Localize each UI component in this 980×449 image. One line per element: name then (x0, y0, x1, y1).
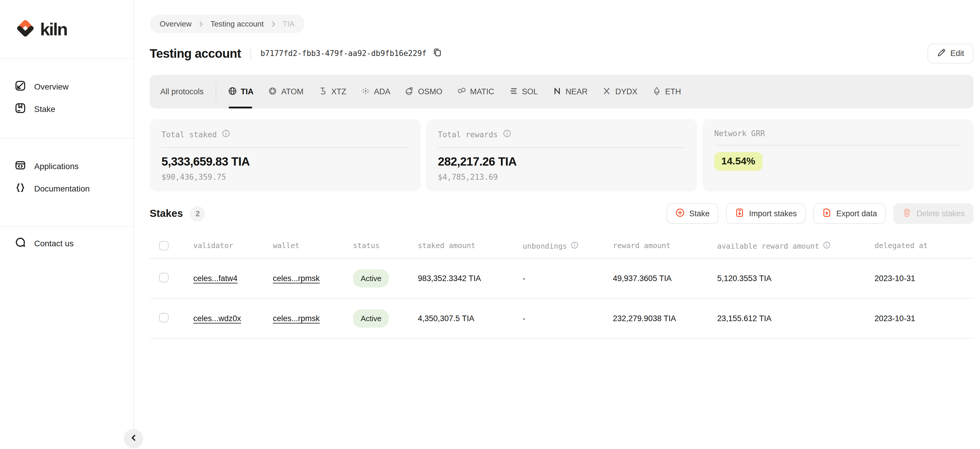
tab-eth[interactable]: ETH (652, 75, 681, 108)
logo-block: kiln (0, 0, 133, 59)
tab-tia[interactable]: TIA (228, 75, 254, 108)
import-stakes-button-label: Import stakes (749, 209, 797, 218)
pencil-icon (937, 48, 945, 59)
tia-icon (228, 86, 237, 97)
row-checkbox[interactable] (159, 313, 169, 322)
tab-label: ATOM (282, 87, 304, 96)
tab-label: ETH (665, 87, 681, 96)
tab-label: NEAR (565, 87, 587, 96)
tab-label: OSMO (418, 87, 442, 96)
info-icon[interactable] (822, 241, 831, 251)
sidebar-item-stake[interactable]: Stake (0, 98, 133, 120)
chat-bubble-icon (15, 237, 26, 250)
tab-xtz[interactable]: XTZ (318, 75, 346, 108)
copy-account-id-button[interactable] (432, 48, 442, 59)
overview-icon (15, 80, 26, 93)
export-file-icon (822, 208, 832, 219)
sidebar: kiln Overview (0, 0, 134, 449)
trash-icon (902, 208, 912, 219)
tab-ada[interactable]: ADA (361, 75, 390, 108)
copy-icon (432, 48, 442, 59)
select-all-checkbox[interactable] (159, 241, 169, 250)
main-content: Overview Testing account TIA Testing acc… (134, 0, 980, 449)
sidebar-collapse-button[interactable] (124, 429, 143, 448)
stake-button[interactable]: Stake (666, 203, 718, 224)
card-divider (714, 145, 962, 145)
validator-link[interactable]: celes...wdz0x (193, 314, 241, 323)
brand-name: kiln (40, 19, 67, 39)
tab-near[interactable]: NEAR (552, 75, 587, 108)
validator-link[interactable]: celes...fatw4 (193, 274, 237, 283)
sidebar-item-contact-us[interactable]: Contact us (0, 232, 133, 255)
page-title: Testing account (150, 46, 241, 61)
total-rewards-value: 282,217.26 TIA (438, 155, 685, 169)
kiln-logo[interactable]: kiln (15, 18, 67, 41)
chevron-right-icon (270, 20, 277, 27)
total-staked-value: 5,333,659.83 TIA (161, 155, 409, 169)
stakes-table: validator wallet status staked amount un… (150, 241, 974, 339)
unbondings-cell: - (523, 314, 613, 323)
breadcrumb-item-overview[interactable]: Overview (160, 19, 191, 28)
delegated-at-cell: 2023-10-31 (875, 314, 974, 323)
row-checkbox[interactable] (159, 273, 169, 282)
network-grr-card: Network GRR 14.54% (702, 119, 974, 191)
breadcrumb-item-account[interactable]: Testing account (210, 19, 264, 28)
eth-icon (652, 86, 661, 97)
sidebar-item-documentation[interactable]: Documentation (0, 177, 133, 200)
delete-stakes-button[interactable]: Delete stakes (893, 203, 974, 224)
sidebar-spacer (0, 200, 133, 226)
reward-amount-cell: 49,937.3605 TIA (613, 274, 717, 283)
tab-dydx[interactable]: DYDX (602, 75, 637, 108)
reward-amount-cell: 232,279.9038 TIA (613, 314, 717, 323)
sol-icon (509, 86, 518, 97)
tab-matic[interactable]: MATIC (457, 75, 494, 108)
card-label: Network GRR (714, 129, 765, 138)
col-status: status (353, 241, 418, 250)
import-file-icon (735, 208, 744, 219)
sidebar-item-overview[interactable]: Overview (0, 75, 133, 98)
table-header-row: validator wallet status staked amount un… (150, 241, 974, 259)
total-rewards-usd: $4,785,213.69 (438, 173, 685, 182)
tab-label: TIA (241, 87, 254, 96)
import-stakes-button[interactable]: Import stakes (726, 203, 805, 224)
tab-label: XTZ (331, 87, 346, 96)
tab-osmo[interactable]: OSMO (405, 75, 442, 108)
xtz-icon (318, 86, 327, 97)
tab-all-protocols[interactable]: All protocols (160, 75, 204, 108)
col-wallet: wallet (273, 241, 353, 250)
available-reward-cell: 5,120.3553 TIA (717, 274, 875, 283)
col-staked-amount: staked amount (418, 241, 523, 250)
applications-icon (15, 160, 26, 173)
ada-icon (361, 86, 370, 97)
sidebar-footer: Contact us (0, 226, 133, 449)
col-available-label: available reward amount (717, 242, 819, 250)
sidebar-item-label: Applications (34, 161, 79, 171)
table-row: celes...fatw4 celes...rpmsk Active 983,3… (150, 259, 974, 299)
staked-amount-cell: 983,352.3342 TIA (418, 274, 523, 283)
wallet-link[interactable]: celes...rpmsk (273, 314, 320, 323)
col-reward-amount: reward amount (613, 241, 717, 250)
col-delegated-at: delegated at (875, 241, 974, 250)
stakes-count-badge: 2 (190, 206, 205, 221)
total-staked-card: Total staked 5,333,659.83 TIA $90,436,35… (150, 119, 421, 191)
status-badge: Active (353, 269, 389, 288)
app: kiln Overview (0, 0, 980, 449)
export-data-button-label: Export data (836, 209, 877, 218)
info-icon[interactable] (503, 129, 512, 140)
breadcrumb-item-current: TIA (283, 19, 294, 28)
edit-button[interactable]: Edit (927, 43, 974, 63)
sidebar-item-label: Contact us (34, 239, 74, 248)
info-icon[interactable] (221, 129, 231, 140)
info-icon[interactable] (571, 241, 579, 251)
sidebar-item-applications[interactable]: Applications (0, 155, 133, 177)
stakes-header-row: Stakes 2 Stake Import stakes (150, 203, 974, 224)
tab-label: All protocols (160, 87, 204, 96)
account-id: b7177fd2-fbb3-479f-aa92-db9fb16e229f (261, 49, 426, 58)
tab-sol[interactable]: SOL (509, 75, 538, 108)
tab-atom[interactable]: ATOM (269, 75, 304, 108)
col-available-reward-amount: available reward amount (717, 241, 875, 251)
unbondings-cell: - (523, 274, 613, 283)
wallet-link[interactable]: celes...rpmsk (273, 274, 320, 283)
dydx-icon (602, 86, 611, 97)
export-data-button[interactable]: Export data (813, 203, 886, 224)
